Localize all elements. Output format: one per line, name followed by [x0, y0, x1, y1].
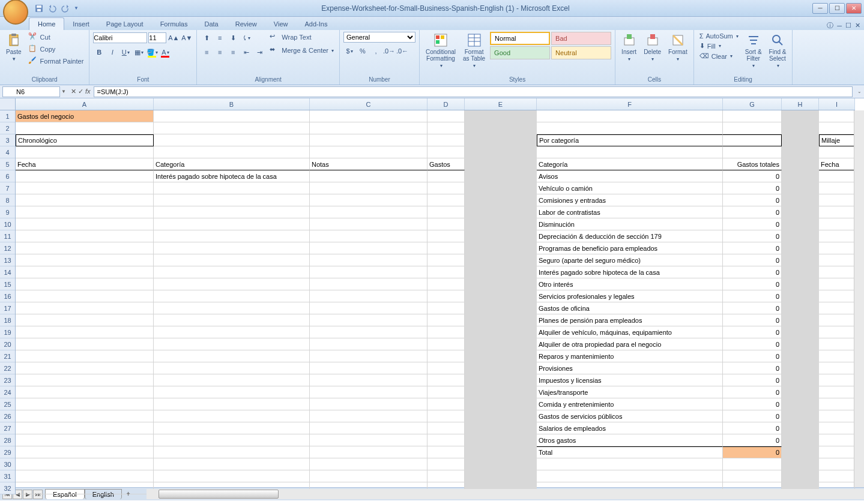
row-header[interactable]: 11 — [0, 230, 15, 242]
formula-input[interactable]: =SUM(J:J) — [94, 86, 853, 97]
row-header[interactable]: 8 — [0, 194, 15, 206]
cell[interactable]: 0 — [723, 206, 782, 218]
cell[interactable] — [427, 470, 465, 482]
row-header[interactable]: 30 — [0, 458, 15, 470]
cell[interactable]: Viajes/transporte — [537, 386, 723, 398]
decrease-decimal-icon[interactable]: .0← — [396, 45, 408, 57]
save-icon[interactable] — [34, 4, 44, 13]
cell[interactable] — [427, 410, 465, 422]
cell[interactable] — [427, 110, 465, 122]
cell[interactable] — [427, 122, 465, 134]
cell[interactable] — [819, 182, 855, 194]
column-header[interactable]: C — [310, 98, 427, 110]
tab-data[interactable]: Data — [196, 18, 226, 30]
row-header[interactable]: 18 — [0, 314, 15, 326]
cell[interactable] — [16, 206, 154, 218]
cell[interactable] — [819, 386, 855, 398]
cell[interactable] — [427, 278, 465, 290]
name-box[interactable]: N6 — [2, 86, 60, 97]
align-right-icon[interactable]: ≡ — [227, 46, 239, 58]
cell[interactable] — [310, 194, 427, 206]
row-header[interactable]: 29 — [0, 446, 15, 458]
cell[interactable] — [154, 362, 310, 374]
cell[interactable] — [427, 206, 465, 218]
cell[interactable] — [427, 266, 465, 278]
cell[interactable] — [427, 254, 465, 266]
accounting-format-icon[interactable]: $▾ — [343, 45, 355, 57]
cell[interactable]: 0 — [723, 446, 782, 458]
cell[interactable] — [16, 254, 154, 266]
cell[interactable]: 0 — [723, 230, 782, 242]
cell[interactable]: 0 — [723, 194, 782, 206]
number-format-select[interactable]: General — [343, 32, 415, 43]
cell[interactable] — [427, 242, 465, 254]
row-header[interactable]: 1 — [0, 110, 15, 122]
tab-page-layout[interactable]: Page Layout — [98, 18, 152, 30]
cell[interactable] — [427, 350, 465, 362]
cell[interactable] — [310, 422, 427, 434]
increase-indent-icon[interactable]: ⇥ — [253, 46, 265, 58]
cell[interactable]: Impuestos y licensias — [537, 374, 723, 386]
merge-center-button[interactable]: ⬌Merge & Center▾ — [268, 45, 336, 56]
cells-area[interactable]: Gastos del negocioChronológicoPor catego… — [16, 110, 864, 494]
cell[interactable]: Interés pagado sobre hipoteca de la casa — [154, 170, 310, 182]
cell[interactable] — [16, 278, 154, 290]
tab-formulas[interactable]: Formulas — [152, 18, 196, 30]
cell[interactable]: Servicios profesionales y legales — [537, 290, 723, 302]
cell[interactable] — [154, 422, 310, 434]
cell[interactable] — [819, 446, 855, 458]
row-header[interactable]: 5 — [0, 158, 15, 170]
cell[interactable] — [154, 410, 310, 422]
column-header[interactable]: A — [16, 98, 154, 110]
format-as-table-button[interactable]: Format as Table▾ — [461, 32, 488, 70]
cell[interactable] — [16, 374, 154, 386]
cell[interactable] — [154, 374, 310, 386]
cell[interactable] — [16, 398, 154, 410]
row-header[interactable]: 16 — [0, 290, 15, 302]
column-header[interactable]: D — [427, 98, 465, 110]
row-header[interactable]: 10 — [0, 218, 15, 230]
cell[interactable] — [16, 290, 154, 302]
cell[interactable] — [16, 266, 154, 278]
cell[interactable] — [310, 254, 427, 266]
close-workbook-icon[interactable]: ✕ — [855, 22, 860, 29]
cell[interactable] — [16, 230, 154, 242]
cell[interactable] — [427, 146, 465, 158]
wrap-text-button[interactable]: ↩Wrap Text — [268, 32, 336, 43]
cell[interactable] — [154, 302, 310, 314]
cell[interactable] — [16, 122, 154, 134]
cell-styles-gallery[interactable]: Normal Bad Good Neutral — [490, 32, 611, 59]
qat-dropdown-icon[interactable]: ▼ — [74, 5, 79, 11]
cell[interactable]: 0 — [723, 374, 782, 386]
cell[interactable]: Otro interés — [537, 278, 723, 290]
restore-workbook-icon[interactable]: ☐ — [845, 22, 851, 29]
cell[interactable] — [154, 314, 310, 326]
cell[interactable] — [154, 326, 310, 338]
cell[interactable]: Notas — [310, 158, 427, 170]
cell[interactable] — [819, 458, 855, 470]
decrease-indent-icon[interactable]: ⇤ — [240, 46, 252, 58]
cell[interactable] — [310, 362, 427, 374]
cell[interactable]: 0 — [723, 338, 782, 350]
cell[interactable] — [427, 362, 465, 374]
cell[interactable] — [154, 146, 310, 158]
comma-format-icon[interactable]: , — [370, 45, 382, 57]
redo-icon[interactable] — [61, 4, 70, 13]
fill-color-button[interactable]: 🪣▾ — [146, 46, 158, 58]
fill-button[interactable]: ⬇Fill▾ — [698, 41, 740, 50]
cell[interactable] — [310, 386, 427, 398]
cell[interactable] — [154, 290, 310, 302]
cell[interactable]: Planes de pensión para empleados — [537, 314, 723, 326]
row-header[interactable]: 25 — [0, 398, 15, 410]
font-name-input[interactable] — [93, 32, 147, 43]
cell[interactable] — [310, 134, 427, 146]
column-header[interactable]: I — [819, 98, 855, 110]
border-button[interactable]: ▦▾ — [133, 46, 145, 58]
row-headers[interactable]: 1234567891011121314151617181920212223242… — [0, 110, 16, 494]
cell[interactable] — [310, 206, 427, 218]
cell[interactable]: 0 — [723, 302, 782, 314]
copy-button[interactable]: 📋Copy — [26, 44, 86, 55]
cell[interactable] — [819, 110, 855, 122]
cell[interactable] — [819, 230, 855, 242]
cell[interactable] — [537, 458, 723, 470]
